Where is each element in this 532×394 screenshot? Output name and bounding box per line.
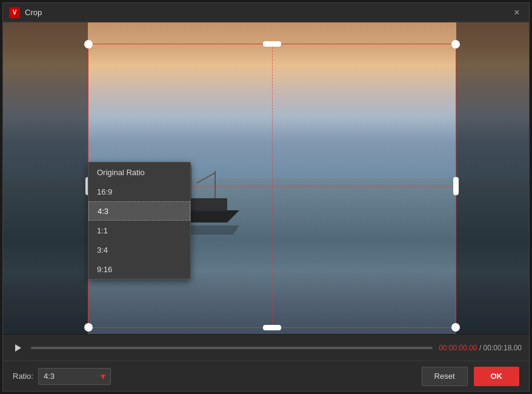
- ok-button[interactable]: OK: [474, 367, 520, 386]
- video-background: Original Ratio 16:9 4:3 1:1 3:4 9:16: [3, 22, 529, 334]
- dropdown-item-4-3[interactable]: 4:3: [88, 201, 190, 221]
- dropdown-item-16-9[interactable]: 16:9: [88, 182, 190, 201]
- total-time: 00:00:18.00: [484, 344, 522, 352]
- progress-bar[interactable]: [31, 347, 433, 349]
- dropdown-item-9-16[interactable]: 9:16: [88, 259, 190, 279]
- dropdown-item-3-4[interactable]: 3:4: [88, 240, 190, 259]
- app-icon: V: [9, 7, 20, 18]
- close-button[interactable]: ×: [511, 7, 523, 19]
- bottom-bar: Ratio: Original Ratio 16:9 4:3 1:1 3:4 9…: [3, 361, 529, 391]
- video-area: Original Ratio 16:9 4:3 1:1 3:4 9:16: [3, 22, 529, 334]
- ratio-select-wrapper: Original Ratio 16:9 4:3 1:1 3:4 9:16 ▼: [38, 368, 111, 385]
- ratio-label: Ratio:: [13, 372, 33, 381]
- dropdown-item-1-1[interactable]: 1:1: [88, 221, 190, 240]
- dropdown-item-original[interactable]: Original Ratio: [88, 162, 190, 182]
- crop-dialog: V Crop ×: [2, 2, 530, 392]
- time-display: 00:00:00.00 / 00:00:18.00: [439, 344, 522, 352]
- ratio-dropdown-menu: Original Ratio 16:9 4:3 1:1 3:4 9:16: [88, 162, 191, 279]
- title-bar: V Crop ×: [3, 3, 529, 22]
- dialog-title: Crop: [25, 8, 511, 17]
- svg-marker-11: [15, 344, 21, 352]
- svg-line-9: [197, 173, 215, 183]
- reset-button[interactable]: Reset: [422, 367, 468, 386]
- time-separator: /: [477, 344, 484, 352]
- play-button[interactable]: [10, 341, 25, 355]
- controls-bar: 00:00:00.00 / 00:00:18.00: [3, 334, 529, 361]
- current-time: 00:00:00.00: [439, 344, 477, 352]
- ratio-select[interactable]: Original Ratio 16:9 4:3 1:1 3:4 9:16: [38, 368, 111, 385]
